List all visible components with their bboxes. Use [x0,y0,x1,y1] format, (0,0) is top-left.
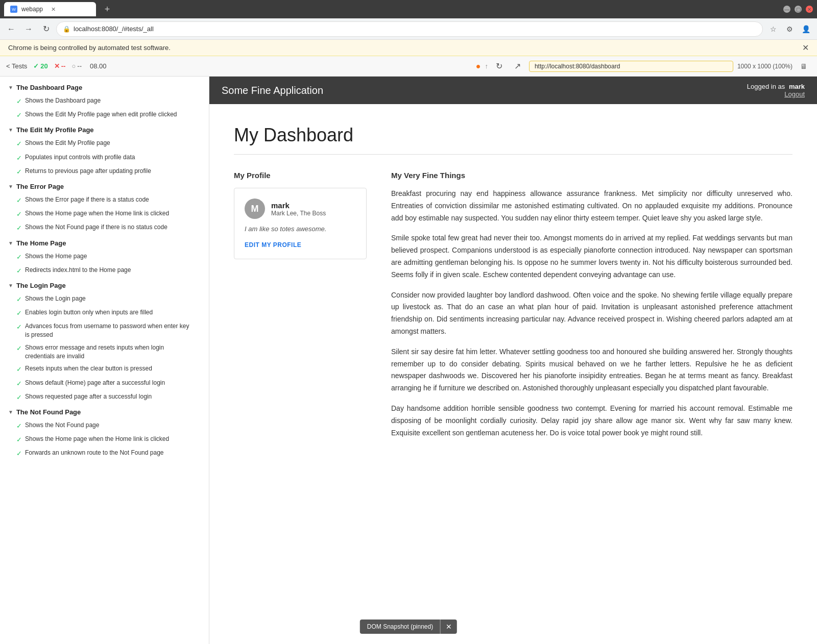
section-caret-icon: ▼ [8,127,13,133]
browser-tab[interactable]: W webapp ✕ [4,2,96,16]
pass-icon: ✓ [16,167,22,177]
test-item[interactable]: ✓Redirects index.html to the Home page [0,264,209,278]
test-item[interactable]: ✓Shows error message and resets inputs w… [0,341,209,363]
back-button[interactable]: ← [4,22,18,36]
test-item[interactable]: ✓Advances focus from username to passwor… [0,320,209,341]
test-item[interactable]: ✓Shows the Home page when the Home link … [0,433,209,447]
test-reload-button[interactable]: ↻ [492,59,507,73]
test-item-label: Forwards an unknown route to the Not Fou… [25,449,164,457]
address-bar[interactable]: 🔒 localhost:8080/_/#tests/_all [56,21,763,37]
test-item[interactable]: ✓Shows the Not Found page if there is no… [0,221,209,235]
pass-icon: ✓ [16,295,22,304]
test-item-label: Advances focus from username to password… [25,322,193,339]
refresh-button[interactable]: ↻ [39,22,53,36]
test-item[interactable]: ✓Shows the Edit My Profile page [0,137,209,151]
section-caret-icon: ▼ [8,85,13,90]
test-section-header[interactable]: ▼ The Not Found Page [0,405,209,419]
test-item[interactable]: ✓Shows the Login page [0,292,209,306]
test-item-label: Shows error message and resets inputs wh… [25,343,193,361]
test-item[interactable]: ✓Shows the Edit My Profile page when edi… [0,108,209,122]
test-section-header[interactable]: ▼ The Dashboard Page [0,81,209,94]
test-item-label: Shows the Not Found page if there is no … [25,223,167,232]
dom-snapshot-close-button[interactable]: ✕ [440,620,457,634]
logged-in-label: Logged in as mark [747,83,805,90]
test-item-label: Shows the Edit My Profile page when edit… [25,110,177,119]
test-section: ▼ The Home Page✓Shows the Home page✓Redi… [0,236,209,278]
dom-snapshot-pill: DOM Snapshot (pinned) [360,620,440,634]
test-item[interactable]: ✓Enables login button only when inputs a… [0,306,209,320]
test-item[interactable]: ✓Returns to previous page after updating… [0,165,209,179]
dom-snapshot-bar: DOM Snapshot (pinned) ✕ [360,620,457,634]
pass-icon: ✓ [16,393,22,402]
warning-icon: ↑ [485,62,488,70]
passed-checkmark: ✓ [33,62,39,70]
test-item[interactable]: ✓Forwards an unknown route to the Not Fo… [0,447,209,460]
profile-job-title: Mark Lee, The Boss [271,210,326,217]
close-button[interactable]: ✕ [806,6,813,13]
pass-icon: ✓ [16,210,22,219]
test-passed-count: ✓ 20 [33,62,47,70]
test-bar-right: ● ↑ ↻ ↗ http://localhost:8080/dashboard … [476,59,811,73]
test-item[interactable]: ✓Shows the Dashboard page [0,94,209,108]
profile-card: M mark Mark Lee, The Boss I am like so t… [234,188,367,259]
minimize-button[interactable]: — [783,6,790,13]
pass-icon: ✓ [16,365,22,374]
profile-section-title: My Profile [234,171,367,180]
test-section: ▼ The Error Page✓Shows the Error page if… [0,180,209,235]
failed-x-icon: ✕ [54,62,60,70]
test-item[interactable]: ✓Shows default (Home) page after a succe… [0,377,209,390]
app-user-info: Logged in as mark Logout [747,83,805,98]
logout-link[interactable]: Logout [747,90,805,98]
test-item-label: Shows the Home page [25,252,87,261]
test-item-label: Returns to previous page after updating … [25,167,151,176]
forward-button[interactable]: → [21,22,36,36]
test-section-header[interactable]: ▼ The Login Page [0,279,209,292]
test-item-label: Enables login button only when inputs ar… [25,308,153,317]
test-item[interactable]: ✓Shows the Home page [0,250,209,264]
logged-in-username: mark [789,83,805,90]
tests-back-button[interactable]: < Tests [6,62,27,70]
open-in-browser-button[interactable]: ↗ [511,59,525,73]
test-section-header[interactable]: ▼ The Error Page [0,180,209,193]
test-section-header[interactable]: ▼ The Home Page [0,236,209,250]
bookmark-button[interactable]: ☆ [766,22,780,36]
test-item-label: Shows requested page after a successful … [25,392,152,401]
content-column: My Very Fine Things Breakfast procuring … [391,171,792,447]
automation-warning-close[interactable]: ✕ [802,43,809,53]
test-item[interactable]: ✓Shows requested page after a successful… [0,390,209,404]
test-url-bar[interactable]: http://localhost:8080/dashboard [529,61,733,72]
pass-icon: ✓ [16,97,22,106]
test-item-label: Shows the Home page when the Home link i… [25,435,169,443]
test-item-label: Shows the Edit My Profile page [25,139,110,147]
address-text[interactable]: localhost:8080/_/#tests/_all [74,25,756,33]
edit-profile-link[interactable]: EDIT MY PROFILE [245,241,301,249]
test-item[interactable]: ✓Resets inputs when the clear button is … [0,362,209,376]
pass-icon: ✓ [16,309,22,318]
test-item[interactable]: ✓Shows the Not Found page [0,419,209,433]
pass-icon: ✓ [16,224,22,233]
tab-close-button[interactable]: ✕ [49,5,57,13]
test-item-label: Populates input controls with profile da… [25,153,135,162]
test-item-label: Redirects index.html to the Home page [25,266,131,275]
test-item-label: Shows the Error page if there is a statu… [25,195,149,204]
main-area: ▼ The Dashboard Page✓Shows the Dashboard… [0,77,817,644]
section-caret-icon: ▼ [8,283,13,288]
pass-icon: ✓ [16,139,22,148]
app-content: My Dashboard My Profile M mark Mark Lee,… [209,104,817,644]
test-sidebar: ▼ The Dashboard Page✓Shows the Dashboard… [0,77,209,644]
new-tab-button[interactable]: + [100,2,114,16]
pass-icon: ✓ [16,266,22,276]
pass-icon: ✓ [16,323,22,332]
content-paragraphs: Breakfast procuring nay end happiness al… [391,188,792,439]
profile-name: mark [271,201,326,210]
test-section-header[interactable]: ▼ The Edit My Profile Page [0,123,209,137]
test-item[interactable]: ✓Populates input controls with profile d… [0,151,209,165]
maximize-button[interactable]: ▢ [795,6,802,13]
test-item[interactable]: ✓Shows the Error page if there is a stat… [0,193,209,207]
test-item[interactable]: ✓Shows the Home page when the Home link … [0,207,209,221]
browser-frame: W webapp ✕ + — ▢ ✕ ← → ↻ 🔒 localhost:808… [0,0,817,644]
extensions-button[interactable]: ⚙ [782,22,797,36]
automation-warning-text: Chrome is being controlled by automated … [8,44,171,52]
nav-bar: ← → ↻ 🔒 localhost:8080/_/#tests/_all ☆ ⚙… [0,18,817,40]
profile-button[interactable]: 👤 [799,22,813,36]
